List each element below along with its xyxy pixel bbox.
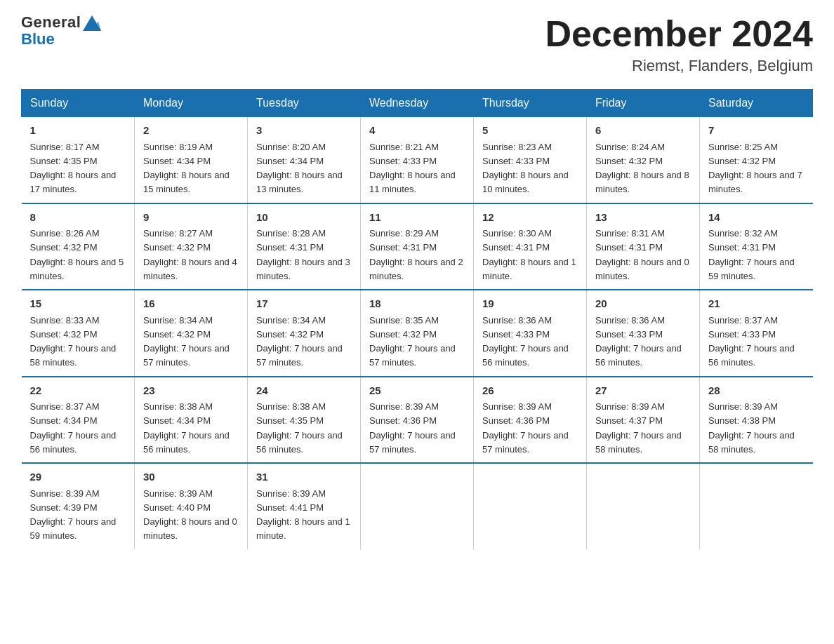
col-saturday: Saturday — [700, 90, 813, 117]
calendar-cell: 5Sunrise: 8:23 AMSunset: 4:33 PMDaylight… — [474, 117, 587, 203]
calendar-cell: 18Sunrise: 8:35 AMSunset: 4:32 PMDayligh… — [361, 290, 474, 377]
calendar-cell — [587, 463, 700, 549]
day-number: 8 — [30, 210, 126, 226]
col-thursday: Thursday — [474, 90, 587, 117]
logo: General Blue — [21, 14, 101, 48]
day-number: 16 — [143, 296, 239, 312]
calendar-cell: 2Sunrise: 8:19 AMSunset: 4:34 PMDaylight… — [135, 117, 248, 203]
day-info: Sunrise: 8:17 AMSunset: 4:35 PMDaylight:… — [30, 142, 117, 195]
calendar-cell: 23Sunrise: 8:38 AMSunset: 4:34 PMDayligh… — [135, 377, 248, 464]
day-number: 9 — [143, 210, 239, 226]
day-number: 25 — [369, 383, 465, 399]
col-sunday: Sunday — [22, 90, 135, 117]
calendar-cell: 28Sunrise: 8:39 AMSunset: 4:38 PMDayligh… — [700, 377, 813, 464]
calendar-week-row: 1Sunrise: 8:17 AMSunset: 4:35 PMDaylight… — [22, 117, 813, 203]
day-number: 24 — [256, 383, 352, 399]
day-number: 2 — [143, 123, 239, 139]
col-friday: Friday — [587, 90, 700, 117]
day-number: 10 — [256, 210, 352, 226]
calendar-week-row: 15Sunrise: 8:33 AMSunset: 4:32 PMDayligh… — [22, 290, 813, 377]
calendar-cell: 16Sunrise: 8:34 AMSunset: 4:32 PMDayligh… — [135, 290, 248, 377]
day-info: Sunrise: 8:39 AMSunset: 4:40 PMDaylight:… — [143, 488, 237, 542]
day-info: Sunrise: 8:27 AMSunset: 4:32 PMDaylight:… — [143, 228, 237, 281]
calendar-cell — [700, 463, 813, 549]
calendar-cell: 17Sunrise: 8:34 AMSunset: 4:32 PMDayligh… — [248, 290, 361, 377]
day-number: 13 — [595, 210, 691, 226]
day-number: 29 — [30, 469, 126, 485]
day-info: Sunrise: 8:39 AMSunset: 4:36 PMDaylight:… — [369, 401, 456, 455]
day-info: Sunrise: 8:24 AMSunset: 4:32 PMDaylight:… — [595, 142, 689, 195]
day-info: Sunrise: 8:39 AMSunset: 4:37 PMDaylight:… — [595, 401, 682, 455]
day-number: 6 — [595, 123, 691, 139]
day-info: Sunrise: 8:39 AMSunset: 4:38 PMDaylight:… — [708, 401, 795, 455]
calendar-cell: 13Sunrise: 8:31 AMSunset: 4:31 PMDayligh… — [587, 203, 700, 290]
location: Riemst, Flanders, Belgium — [545, 57, 813, 75]
logo-blue: Blue — [21, 31, 101, 48]
day-number: 7 — [708, 123, 805, 139]
day-info: Sunrise: 8:38 AMSunset: 4:34 PMDaylight:… — [143, 401, 230, 455]
calendar-cell: 12Sunrise: 8:30 AMSunset: 4:31 PMDayligh… — [474, 203, 587, 290]
calendar-cell: 24Sunrise: 8:38 AMSunset: 4:35 PMDayligh… — [248, 377, 361, 464]
calendar-cell: 25Sunrise: 8:39 AMSunset: 4:36 PMDayligh… — [361, 377, 474, 464]
day-info: Sunrise: 8:19 AMSunset: 4:34 PMDaylight:… — [143, 142, 230, 195]
calendar-cell: 29Sunrise: 8:39 AMSunset: 4:39 PMDayligh… — [22, 463, 135, 549]
calendar-cell: 14Sunrise: 8:32 AMSunset: 4:31 PMDayligh… — [700, 203, 813, 290]
calendar-cell: 9Sunrise: 8:27 AMSunset: 4:32 PMDaylight… — [135, 203, 248, 290]
day-info: Sunrise: 8:26 AMSunset: 4:32 PMDaylight:… — [30, 228, 124, 281]
day-info: Sunrise: 8:39 AMSunset: 4:36 PMDaylight:… — [482, 401, 569, 455]
calendar-cell: 11Sunrise: 8:29 AMSunset: 4:31 PMDayligh… — [361, 203, 474, 290]
day-info: Sunrise: 8:29 AMSunset: 4:31 PMDaylight:… — [369, 228, 463, 281]
calendar-week-row: 29Sunrise: 8:39 AMSunset: 4:39 PMDayligh… — [22, 463, 813, 549]
calendar-cell: 20Sunrise: 8:36 AMSunset: 4:33 PMDayligh… — [587, 290, 700, 377]
day-info: Sunrise: 8:36 AMSunset: 4:33 PMDaylight:… — [595, 315, 682, 368]
day-info: Sunrise: 8:37 AMSunset: 4:34 PMDaylight:… — [30, 401, 117, 455]
day-number: 26 — [482, 383, 578, 399]
day-number: 23 — [143, 383, 239, 399]
day-info: Sunrise: 8:34 AMSunset: 4:32 PMDaylight:… — [256, 315, 343, 368]
logo-general: General — [21, 14, 101, 31]
calendar-cell: 27Sunrise: 8:39 AMSunset: 4:37 PMDayligh… — [587, 377, 700, 464]
calendar-cell: 6Sunrise: 8:24 AMSunset: 4:32 PMDaylight… — [587, 117, 700, 203]
day-number: 15 — [30, 296, 126, 312]
calendar-cell — [361, 463, 474, 549]
col-monday: Monday — [135, 90, 248, 117]
day-info: Sunrise: 8:25 AMSunset: 4:32 PMDaylight:… — [708, 142, 802, 195]
calendar-cell: 30Sunrise: 8:39 AMSunset: 4:40 PMDayligh… — [135, 463, 248, 549]
day-number: 31 — [256, 469, 352, 485]
calendar-cell — [474, 463, 587, 549]
day-info: Sunrise: 8:28 AMSunset: 4:31 PMDaylight:… — [256, 228, 350, 281]
calendar-cell: 21Sunrise: 8:37 AMSunset: 4:33 PMDayligh… — [700, 290, 813, 377]
day-info: Sunrise: 8:23 AMSunset: 4:33 PMDaylight:… — [482, 142, 569, 195]
calendar-cell: 22Sunrise: 8:37 AMSunset: 4:34 PMDayligh… — [22, 377, 135, 464]
day-number: 3 — [256, 123, 352, 139]
day-info: Sunrise: 8:35 AMSunset: 4:32 PMDaylight:… — [369, 315, 456, 368]
calendar-cell: 15Sunrise: 8:33 AMSunset: 4:32 PMDayligh… — [22, 290, 135, 377]
calendar-week-row: 8Sunrise: 8:26 AMSunset: 4:32 PMDaylight… — [22, 203, 813, 290]
day-info: Sunrise: 8:32 AMSunset: 4:31 PMDaylight:… — [708, 228, 795, 281]
day-number: 1 — [30, 123, 126, 139]
day-number: 18 — [369, 296, 465, 312]
calendar-header-row: Sunday Monday Tuesday Wednesday Thursday… — [22, 90, 813, 117]
calendar-cell: 3Sunrise: 8:20 AMSunset: 4:34 PMDaylight… — [248, 117, 361, 203]
day-number: 20 — [595, 296, 691, 312]
day-number: 19 — [482, 296, 578, 312]
day-info: Sunrise: 8:21 AMSunset: 4:33 PMDaylight:… — [369, 142, 456, 195]
day-number: 4 — [369, 123, 465, 139]
calendar-cell: 31Sunrise: 8:39 AMSunset: 4:41 PMDayligh… — [248, 463, 361, 549]
calendar-cell: 10Sunrise: 8:28 AMSunset: 4:31 PMDayligh… — [248, 203, 361, 290]
calendar-cell: 7Sunrise: 8:25 AMSunset: 4:32 PMDaylight… — [700, 117, 813, 203]
day-number: 11 — [369, 210, 465, 226]
day-number: 14 — [708, 210, 805, 226]
calendar-cell: 8Sunrise: 8:26 AMSunset: 4:32 PMDaylight… — [22, 203, 135, 290]
day-info: Sunrise: 8:33 AMSunset: 4:32 PMDaylight:… — [30, 315, 117, 368]
calendar-cell: 26Sunrise: 8:39 AMSunset: 4:36 PMDayligh… — [474, 377, 587, 464]
day-info: Sunrise: 8:37 AMSunset: 4:33 PMDaylight:… — [708, 315, 795, 368]
day-info: Sunrise: 8:30 AMSunset: 4:31 PMDaylight:… — [482, 228, 576, 281]
calendar-cell: 4Sunrise: 8:21 AMSunset: 4:33 PMDaylight… — [361, 117, 474, 203]
day-info: Sunrise: 8:20 AMSunset: 4:34 PMDaylight:… — [256, 142, 343, 195]
col-tuesday: Tuesday — [248, 90, 361, 117]
day-info: Sunrise: 8:34 AMSunset: 4:32 PMDaylight:… — [143, 315, 230, 368]
day-number: 22 — [30, 383, 126, 399]
day-number: 17 — [256, 296, 352, 312]
day-info: Sunrise: 8:31 AMSunset: 4:31 PMDaylight:… — [595, 228, 689, 281]
